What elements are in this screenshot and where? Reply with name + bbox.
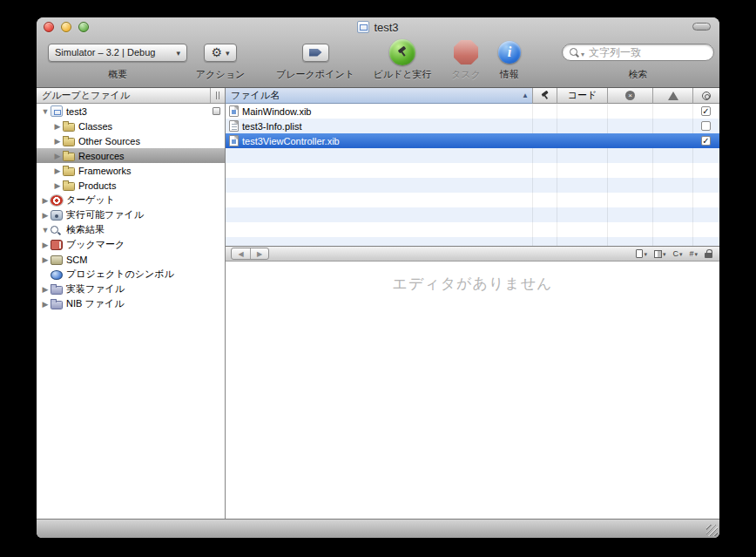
sidebar-item-bookmarks[interactable]: ブックマーク xyxy=(37,237,225,252)
window-chrome: test3 Simulator – 3.2 | Debug 概要 xyxy=(37,17,719,88)
sidebar-item-nib-files[interactable]: NIB ファイル xyxy=(37,296,225,311)
status-bar xyxy=(37,519,719,538)
column-header-filename[interactable]: ファイル名 xyxy=(226,88,532,104)
warning-icon xyxy=(668,92,678,100)
folder-icon xyxy=(63,138,75,146)
sidebar-item-scm[interactable]: SCM xyxy=(37,252,225,267)
document-icon xyxy=(636,249,643,258)
overview-popup-button[interactable]: Simulator – 3.2 | Debug xyxy=(48,44,187,62)
xib-file-icon xyxy=(229,105,239,117)
gear-icon xyxy=(211,45,222,59)
disclosure-triangle-icon[interactable] xyxy=(40,226,51,234)
sidebar-item-targets[interactable]: ターゲット xyxy=(37,193,225,207)
sidebar-item-implementation-files[interactable]: 実装ファイル xyxy=(37,282,225,296)
column-header-build-status[interactable] xyxy=(532,88,557,104)
disclosure-triangle-icon[interactable] xyxy=(52,166,63,175)
info-button[interactable] xyxy=(498,41,521,64)
editor-area: エディタがありません xyxy=(226,262,719,519)
action-menu-button[interactable] xyxy=(204,44,236,62)
disclosure-triangle-icon[interactable] xyxy=(40,285,51,294)
empty-row xyxy=(226,178,719,193)
lock-icon xyxy=(705,249,712,259)
back-button[interactable] xyxy=(232,248,250,259)
file-history-button[interactable] xyxy=(634,248,649,260)
build-and-run-toolbar-item: ビルドと実行 xyxy=(371,37,434,81)
search-field xyxy=(562,44,714,61)
sidebar-item-executables[interactable]: 実行可能ファイル xyxy=(37,207,225,222)
target-checkbox[interactable] xyxy=(701,136,711,146)
sidebar-item-products[interactable]: Products xyxy=(37,178,225,193)
hammer-icon xyxy=(540,91,550,100)
folder-icon xyxy=(63,153,75,161)
empty-row xyxy=(226,222,719,237)
window-title-text: test3 xyxy=(374,21,398,34)
search-toolbar-item: 検索 xyxy=(562,37,714,81)
disclosure-triangle-icon[interactable] xyxy=(40,255,51,264)
breakpoints-button[interactable] xyxy=(302,44,329,62)
toolbar: Simulator – 3.2 | Debug 概要 アクション xyxy=(37,37,719,87)
target-checkbox[interactable] xyxy=(701,106,711,116)
titlebar: test3 xyxy=(37,17,719,37)
disclosure-triangle-icon[interactable] xyxy=(40,241,51,249)
editor-nav-control xyxy=(231,248,269,260)
splitter-handle[interactable] xyxy=(210,88,225,103)
empty-row xyxy=(226,207,719,222)
sidebar-item-classes[interactable]: Classes xyxy=(37,119,225,133)
no-editor-message: エディタがありません xyxy=(226,274,719,294)
sidebar-item-project-symbols[interactable]: プロジェクトのシンボル xyxy=(37,267,225,282)
chevron-down-icon xyxy=(226,47,230,58)
sidebar-header: グループとファイル xyxy=(37,88,225,104)
disclosure-triangle-icon[interactable] xyxy=(52,152,63,160)
column-header-errors[interactable] xyxy=(607,88,652,104)
file-row-viewcontroller-xib[interactable]: test3ViewController.xib xyxy=(226,133,719,148)
stop-tasks-button[interactable] xyxy=(454,40,478,65)
editor-toolbar xyxy=(226,246,719,262)
minimize-button[interactable] xyxy=(61,22,71,32)
sidebar-item-test3[interactable]: test3 xyxy=(37,104,225,119)
search-input[interactable] xyxy=(586,46,706,58)
search-scope-chevron-icon[interactable] xyxy=(581,44,584,60)
disclosure-triangle-icon[interactable] xyxy=(40,196,51,205)
column-header-code[interactable]: コード xyxy=(557,88,607,104)
disclosure-triangle-icon[interactable] xyxy=(40,300,51,309)
traffic-lights xyxy=(44,22,89,32)
column-header-target-membership[interactable] xyxy=(692,88,719,104)
chevron-down-icon xyxy=(679,249,683,258)
symbols-icon xyxy=(51,270,63,280)
forward-button[interactable] xyxy=(250,248,268,259)
sidebar-item-frameworks[interactable]: Frameworks xyxy=(37,163,225,178)
file-row-info-plist[interactable]: test3-Info.plist xyxy=(226,119,719,133)
column-header-warnings[interactable] xyxy=(652,88,692,104)
disclosure-triangle-icon[interactable] xyxy=(52,137,63,146)
counterpart-icon xyxy=(654,250,662,258)
error-icon xyxy=(625,91,635,100)
disclosure-triangle-icon[interactable] xyxy=(52,181,63,190)
sidebar-item-other-sources[interactable]: Other Sources xyxy=(37,133,225,148)
executable-icon xyxy=(51,210,63,221)
chevron-down-icon xyxy=(663,249,666,258)
build-and-run-button[interactable] xyxy=(389,39,415,65)
zoom-button[interactable] xyxy=(78,22,89,32)
disclosure-triangle-icon[interactable] xyxy=(40,211,51,220)
sort-ascending-icon xyxy=(522,92,529,99)
disclosure-triangle-icon[interactable] xyxy=(40,107,51,116)
lock-button[interactable] xyxy=(703,248,714,260)
toolbar-toggle-pill[interactable] xyxy=(692,23,711,31)
resize-grip[interactable] xyxy=(706,525,718,536)
sidebar-item-find-results[interactable]: 検索結果 xyxy=(37,222,225,237)
included-files-button[interactable] xyxy=(671,248,684,260)
file-row-mainwindow-xib[interactable]: MainWindow.xib xyxy=(226,104,719,119)
symbols-menu-button[interactable] xyxy=(687,248,699,260)
overview-popup-value: Simulator – 3.2 | Debug xyxy=(55,47,155,58)
chevron-down-icon xyxy=(644,249,647,258)
disclosure-triangle-icon[interactable] xyxy=(52,122,63,131)
target-checkbox[interactable] xyxy=(701,121,711,131)
sidebar-item-resources[interactable]: Resources xyxy=(37,148,225,163)
target-membership-icon xyxy=(702,92,711,100)
counterpart-button[interactable] xyxy=(652,248,668,260)
find-results-icon xyxy=(51,225,63,235)
groups-files-sidebar: グループとファイル test3 Classes xyxy=(37,88,226,519)
sidebar-header-title: グループとファイル xyxy=(42,89,130,102)
close-button[interactable] xyxy=(44,22,54,32)
smart-folder-icon xyxy=(51,301,63,309)
